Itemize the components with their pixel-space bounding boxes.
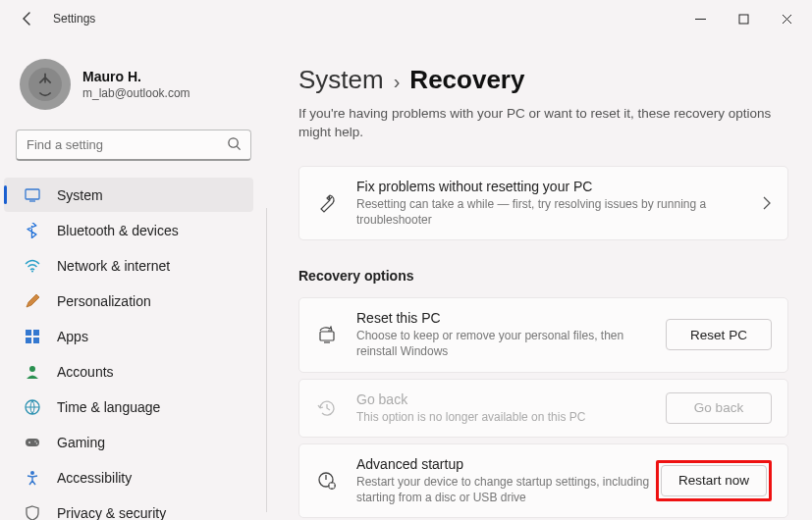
sidebar-item-label: Bluetooth & devices xyxy=(57,223,179,238)
accessibility-icon xyxy=(24,469,41,487)
sidebar-item-label: Accessibility xyxy=(57,470,132,486)
sidebar-item-label: Personalization xyxy=(57,293,151,309)
advanced-startup-card: Advanced startup Restart your device to … xyxy=(298,443,788,518)
svg-point-2 xyxy=(229,138,238,147)
sidebar-item-accessibility[interactable]: Accessibility xyxy=(4,460,253,494)
advanced-title: Advanced startup xyxy=(356,456,656,472)
minimize-button[interactable] xyxy=(678,3,722,34)
highlight-annotation: Restart now xyxy=(656,460,772,501)
profile-email: m_lab@outlook.com xyxy=(82,86,190,100)
svg-point-9 xyxy=(29,366,35,372)
window-controls xyxy=(678,3,808,34)
history-icon xyxy=(315,398,339,418)
sidebar-item-label: Time & language xyxy=(57,399,160,415)
search-icon xyxy=(227,136,242,151)
fix-sub: Resetting can take a while — first, try … xyxy=(356,196,754,228)
svg-rect-3 xyxy=(26,189,39,199)
reset-sub: Choose to keep or remove your personal f… xyxy=(356,328,666,359)
titlebar: Settings xyxy=(0,0,812,37)
gamepad-icon xyxy=(24,434,41,451)
sidebar-item-bluetooth[interactable]: Bluetooth & devices xyxy=(4,213,253,247)
fix-title: Fix problems without resetting your PC xyxy=(356,179,754,194)
search-input[interactable] xyxy=(16,130,251,161)
sidebar-item-label: System xyxy=(57,187,103,203)
content-area: System › Recovery If you're having probl… xyxy=(267,37,812,520)
sidebar-item-accounts[interactable]: Accounts xyxy=(4,354,253,389)
shield-icon xyxy=(24,504,41,521)
bluetooth-icon xyxy=(24,222,41,239)
fix-problems-card[interactable]: Fix problems without resetting your PC R… xyxy=(298,166,788,240)
sidebar-item-privacy[interactable]: Privacy & security xyxy=(4,495,253,520)
avatar xyxy=(20,59,71,110)
svg-point-14 xyxy=(30,471,34,475)
reset-pc-card: Reset this PC Choose to keep or remove y… xyxy=(298,297,788,372)
reset-icon xyxy=(315,326,339,343)
reset-pc-button[interactable]: Reset PC xyxy=(666,319,772,350)
pencil-icon xyxy=(24,292,41,310)
globe-icon xyxy=(24,398,41,416)
svg-rect-5 xyxy=(26,330,31,336)
svg-rect-7 xyxy=(26,338,31,343)
app-title: Settings xyxy=(53,12,95,26)
sidebar-item-time[interactable]: Time & language xyxy=(4,390,253,424)
svg-rect-0 xyxy=(739,15,748,24)
profile-block[interactable]: Mauro H. m_lab@outlook.com xyxy=(0,45,267,128)
breadcrumb: System › Recovery xyxy=(298,65,788,95)
advanced-sub: Restart your device to change startup se… xyxy=(356,474,656,505)
wifi-icon xyxy=(24,257,41,275)
maximize-icon xyxy=(738,14,749,25)
power-gear-icon xyxy=(315,471,339,491)
svg-rect-11 xyxy=(26,439,39,446)
go-back-card: Go back This option is no longer availab… xyxy=(298,379,788,438)
reset-title: Reset this PC xyxy=(356,310,666,326)
page-title: Recovery xyxy=(409,65,524,95)
svg-rect-6 xyxy=(33,330,39,336)
sidebar-item-apps[interactable]: Apps xyxy=(4,319,253,353)
close-button[interactable] xyxy=(765,3,808,34)
breadcrumb-root[interactable]: System xyxy=(298,65,384,95)
wrench-icon xyxy=(315,193,339,213)
chevron-right-icon: › xyxy=(394,71,401,93)
maximize-button[interactable] xyxy=(722,3,765,34)
search-box xyxy=(16,130,251,161)
sidebar-item-label: Gaming xyxy=(57,435,105,450)
minimize-icon xyxy=(695,14,706,25)
apps-icon xyxy=(24,328,41,345)
sidebar-item-label: Network & internet xyxy=(57,258,170,274)
sidebar-item-label: Accounts xyxy=(57,364,114,380)
sidebar-item-label: Privacy & security xyxy=(57,505,166,521)
sidebar-item-system[interactable]: System xyxy=(4,178,253,212)
svg-point-13 xyxy=(36,442,38,444)
sidebar: Mauro H. m_lab@outlook.com System Blueto… xyxy=(0,37,267,520)
svg-point-4 xyxy=(31,270,33,272)
arrow-left-icon xyxy=(20,11,35,26)
person-icon xyxy=(24,363,41,381)
close-icon xyxy=(782,14,792,25)
goback-sub: This option is no longer available on th… xyxy=(356,409,666,425)
profile-name: Mauro H. xyxy=(82,69,190,84)
sidebar-item-network[interactable]: Network & internet xyxy=(4,248,253,283)
sidebar-item-gaming[interactable]: Gaming xyxy=(4,425,253,459)
svg-point-12 xyxy=(34,441,36,442)
sidebar-item-personalization[interactable]: Personalization xyxy=(4,284,253,318)
page-description: If you're having problems with your PC o… xyxy=(298,105,788,142)
system-icon xyxy=(24,186,41,204)
restart-now-button[interactable]: Restart now xyxy=(661,465,767,496)
section-recovery-options: Recovery options xyxy=(298,268,788,284)
nav-list: System Bluetooth & devices Network & int… xyxy=(0,173,267,520)
svg-rect-8 xyxy=(33,338,39,343)
goback-title: Go back xyxy=(356,391,666,407)
chevron-right-icon xyxy=(762,196,772,210)
sidebar-item-label: Apps xyxy=(57,329,88,344)
svg-rect-15 xyxy=(320,332,334,340)
back-button[interactable] xyxy=(12,3,43,34)
go-back-button: Go back xyxy=(666,392,772,424)
